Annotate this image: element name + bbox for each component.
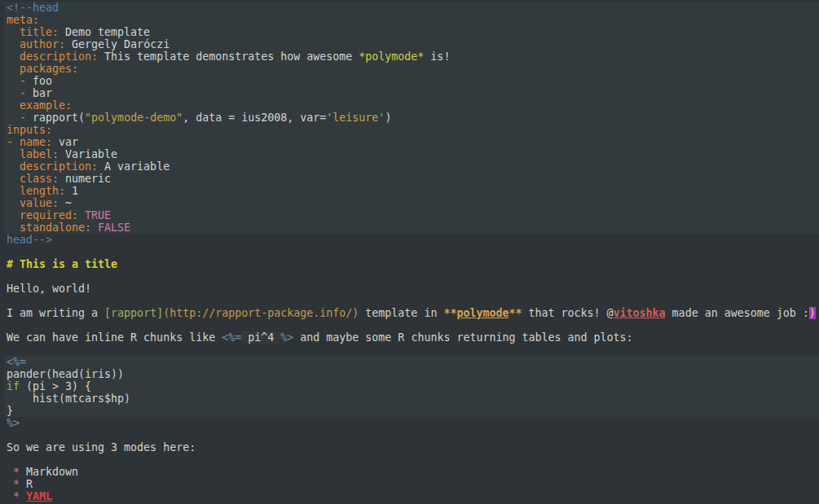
bold-marker: ** [509, 307, 522, 319]
polymode-link[interactable]: polymode [456, 307, 509, 319]
yaml-value: A variable [98, 160, 170, 173]
boolean-value: FALSE [98, 221, 130, 234]
yaml-key: class: [7, 173, 59, 185]
markdown-heading: # This is a title [7, 258, 117, 270]
code-line[interactable]: packages: [4, 63, 819, 75]
code-line[interactable]: * R [4, 478, 819, 490]
yaml-value: numeric [59, 173, 111, 185]
code-line[interactable]: example: [4, 99, 819, 112]
yaml-value: Gergely Daróczi [65, 38, 170, 50]
yaml-value: bar [26, 87, 52, 99]
code-line[interactable]: description: A variable [4, 160, 819, 173]
r-keyword: if [7, 380, 20, 392]
code-line[interactable]: <%= [4, 356, 819, 368]
code-line[interactable] [4, 295, 819, 307]
vitoshka-mention-link[interactable]: vitoshka [614, 307, 666, 319]
paragraph-text: template in [359, 307, 443, 319]
code-line[interactable]: <!--head [4, 2, 819, 14]
boolean-value: TRUE [85, 209, 111, 221]
paragraph-text: made an awesome job : [666, 307, 809, 319]
code-line[interactable]: inputs: [4, 124, 819, 136]
yaml-value: 1 [65, 185, 78, 197]
rapport-link[interactable]: [rapport] [104, 307, 163, 319]
yaml-key: value: [7, 197, 59, 209]
r-code: } [7, 405, 13, 417]
paragraph-text: that rocks! @ [522, 307, 613, 319]
rapport-url[interactable]: (http://rapport-package.info/) [163, 307, 359, 319]
string-literal: "polymode-demo" [85, 112, 183, 124]
unmatched-paren-highlight: ) [809, 307, 816, 319]
yaml-key: description: [7, 50, 98, 63]
yaml-value: foo [26, 75, 52, 87]
yaml-dash: - [7, 75, 26, 87]
list-bullet: * [7, 490, 20, 502]
code-line[interactable] [4, 246, 819, 258]
string-literal: 'leisure' [326, 112, 385, 124]
r-code: hist(mtcars$hp) [7, 392, 130, 405]
paragraph-text: So we are using 3 modes here: [7, 441, 196, 454]
code-line[interactable]: Hello, world! [4, 283, 819, 295]
yaml-value: ~ [59, 197, 72, 209]
yaml-link[interactable]: YAML [26, 490, 52, 502]
code-line[interactable]: class: numeric [4, 173, 819, 185]
inline-chunk-open-delimiter: <%= [222, 331, 241, 344]
r-chunk-open-delimiter: <%= [7, 356, 26, 368]
yaml-key: inputs: [7, 124, 52, 136]
yaml-key: title: [7, 26, 59, 38]
list-item-text [20, 490, 26, 502]
code-line[interactable]: pander(head(iris)) [4, 368, 819, 380]
code-line[interactable]: length: 1 [4, 185, 819, 197]
code-line[interactable]: if (pi > 3) { [4, 380, 819, 392]
r-code: (pi > 3) { [20, 380, 91, 392]
yaml-key: example: [7, 99, 72, 112]
yaml-value: ) [385, 112, 391, 124]
code-line[interactable]: description: This template demonstrates … [4, 50, 819, 63]
head-close-delimiter: head--> [7, 234, 52, 246]
paragraph-text: We can have inline R chunks like [7, 331, 222, 344]
code-line[interactable]: * YAML [4, 490, 819, 502]
code-line[interactable]: I am writing a [rapport](http://rapport-… [4, 307, 819, 319]
code-line[interactable]: - rapport("polymode-demo", data = ius200… [4, 112, 819, 124]
list-item-text: R [20, 478, 33, 490]
editor-buffer[interactable]: <!--headmeta: title: Demo template autho… [0, 0, 819, 504]
code-line[interactable]: required: TRUE [4, 209, 819, 221]
list-bullet: * [7, 466, 20, 478]
code-line[interactable]: author: Gergely Daróczi [4, 38, 819, 50]
code-line[interactable]: hist(mtcars$hp) [4, 392, 819, 405]
list-item-text: Markdown [20, 466, 78, 478]
code-line[interactable]: label: Variable [4, 148, 819, 160]
code-line[interactable]: * Markdown [4, 466, 819, 478]
yaml-key: required: [7, 209, 78, 221]
yaml-value: rapport( [26, 112, 85, 124]
code-line[interactable]: - name: var [4, 136, 819, 148]
code-line[interactable]: - bar [4, 87, 819, 99]
paragraph-text: I am writing a [7, 307, 104, 319]
head-open-delimiter: <!--head [7, 2, 59, 14]
code-line[interactable]: meta: [4, 14, 819, 26]
yaml-value: Demo template [59, 26, 150, 38]
code-line[interactable]: %> [4, 417, 819, 429]
code-line[interactable]: We can have inline R chunks like <%= pi^… [4, 331, 819, 344]
code-line[interactable] [4, 429, 819, 441]
bold-marker: ** [443, 307, 456, 319]
code-line[interactable]: standalone: FALSE [4, 221, 819, 234]
emphasis-text: *polymode* [359, 50, 424, 63]
code-line[interactable] [4, 344, 819, 356]
code-line[interactable] [4, 454, 819, 466]
yaml-value [78, 209, 85, 221]
r-code: pander(head(iris)) [7, 368, 124, 380]
code-line[interactable]: title: Demo template [4, 26, 819, 38]
paragraph-text: Hello, world! [7, 283, 91, 295]
code-line[interactable] [4, 319, 819, 331]
code-line[interactable]: head--> [4, 234, 819, 246]
yaml-key: packages: [7, 63, 78, 75]
yaml-key: standalone: [7, 221, 91, 234]
code-line[interactable]: # This is a title [4, 258, 819, 270]
code-line[interactable]: So we are using 3 modes here: [4, 441, 819, 454]
code-line[interactable]: value: ~ [4, 197, 819, 209]
code-line[interactable] [4, 270, 819, 283]
code-line[interactable]: - foo [4, 75, 819, 87]
yaml-value: Variable [59, 148, 117, 160]
code-line[interactable]: } [4, 405, 819, 417]
yaml-key: label: [7, 148, 59, 160]
